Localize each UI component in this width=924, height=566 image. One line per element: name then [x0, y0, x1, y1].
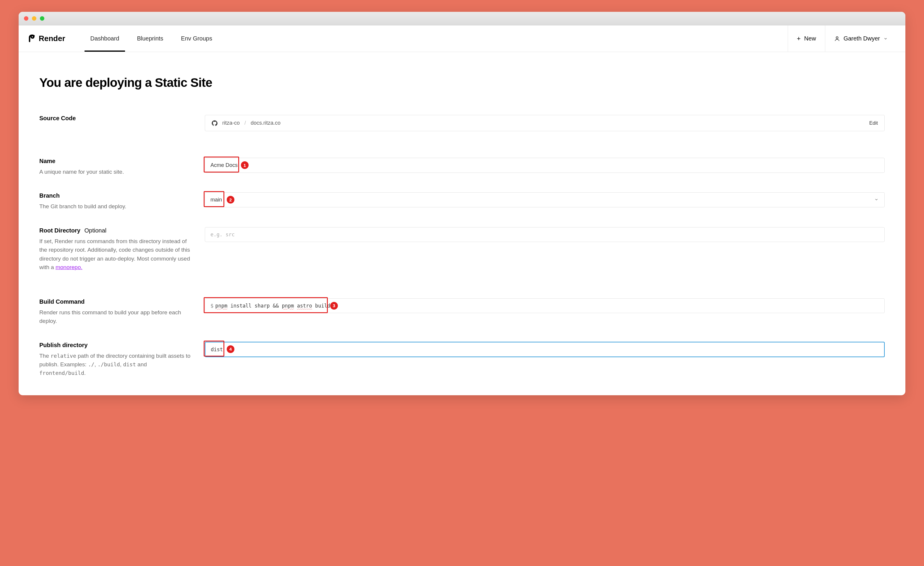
monorepo-link[interactable]: monorepo.	[56, 264, 82, 270]
rootdir-optional: Optional	[84, 227, 106, 234]
rootdir-input[interactable]: e.g. src	[205, 227, 885, 242]
branch-value: main	[210, 197, 222, 203]
source-sep: /	[244, 120, 246, 126]
user-icon	[834, 36, 840, 42]
build-prefix: $	[210, 303, 213, 309]
user-name: Gareth Dwyer	[844, 35, 880, 42]
plus-icon: +	[797, 35, 801, 42]
field-build-command: Build Command Render runs this command t…	[39, 298, 885, 325]
minimize-icon[interactable]	[32, 16, 36, 21]
name-value: Acme Docs	[210, 162, 238, 168]
branch-label: Branch	[39, 192, 193, 199]
svg-point-0	[33, 35, 35, 37]
brand-logo[interactable]: Render	[27, 34, 65, 43]
chevron-down-icon	[874, 197, 879, 203]
navbar: Render Dashboard Blueprints Env Groups +…	[19, 25, 905, 52]
content: You are deploying a Static Site Source C…	[19, 52, 905, 395]
publish-hint: The relative path of the directory conta…	[39, 352, 193, 377]
tab-blueprints[interactable]: Blueprints	[137, 25, 163, 52]
nav-tabs: Dashboard Blueprints Env Groups	[90, 25, 212, 52]
render-logo-icon	[27, 34, 36, 43]
branch-hint: The Git branch to build and deploy.	[39, 202, 193, 211]
user-menu[interactable]: Gareth Dwyer	[825, 25, 897, 52]
field-publish-directory: Publish directory The relative path of t…	[39, 342, 885, 377]
nav-right: + New Gareth Dwyer	[788, 25, 897, 52]
page-title: You are deploying a Static Site	[39, 76, 885, 90]
tab-env-groups[interactable]: Env Groups	[181, 25, 212, 52]
source-label: Source Code	[39, 115, 193, 122]
branch-select[interactable]: main	[205, 192, 885, 207]
build-label: Build Command	[39, 298, 193, 305]
rootdir-hint: If set, Render runs commands from this d…	[39, 237, 193, 272]
build-input[interactable]: $pnpm install sharp && pnpm astro build	[205, 298, 885, 313]
source-repo: docs.ritza.co	[250, 120, 280, 126]
source-code-box: ritza-co / docs.ritza.co Edit	[205, 115, 885, 131]
publish-label: Publish directory	[39, 342, 193, 349]
macos-titlebar	[19, 12, 905, 25]
name-input[interactable]: Acme Docs	[205, 158, 885, 173]
tab-dashboard[interactable]: Dashboard	[90, 25, 119, 52]
publish-input[interactable]: dist	[205, 342, 885, 357]
field-name: Name A unique name for your static site.…	[39, 158, 885, 176]
field-branch: Branch The Git branch to build and deplo…	[39, 192, 885, 211]
github-icon	[212, 120, 218, 126]
name-label: Name	[39, 158, 193, 165]
build-hint: Render runs this command to build your a…	[39, 308, 193, 325]
chevron-down-icon	[884, 37, 888, 41]
name-hint: A unique name for your static site.	[39, 168, 193, 176]
brand-name: Render	[39, 34, 65, 43]
field-source-code: Source Code ritza-co / docs.ritza.co Edi…	[39, 115, 885, 131]
source-edit-button[interactable]: Edit	[869, 120, 878, 126]
close-icon[interactable]	[24, 16, 28, 21]
new-label: New	[804, 35, 816, 42]
field-root-directory: Root Directory Optional If set, Render r…	[39, 227, 885, 272]
rootdir-label: Root Directory Optional	[39, 227, 193, 234]
svg-point-1	[836, 37, 838, 39]
window: Render Dashboard Blueprints Env Groups +…	[19, 12, 905, 395]
maximize-icon[interactable]	[40, 16, 44, 21]
new-button[interactable]: + New	[788, 25, 825, 52]
source-org: ritza-co	[222, 120, 240, 126]
